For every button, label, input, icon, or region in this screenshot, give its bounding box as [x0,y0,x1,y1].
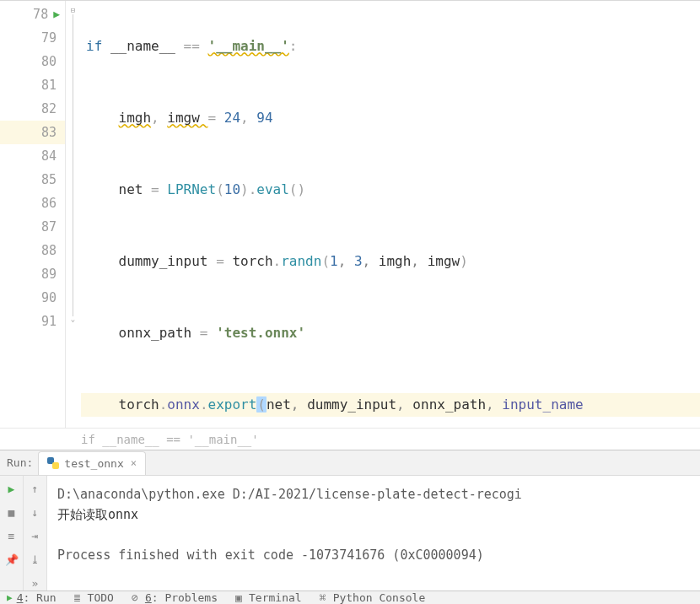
layout-icon[interactable]: ≡ [4,528,19,543]
tok: , [151,110,167,126]
tok: imgh [379,253,412,269]
tab-python-console[interactable]: ⌘ Python Console [317,591,426,604]
tab-todo[interactable]: ≣ TODO [72,591,114,604]
tok: torch [232,253,272,269]
code-line-current[interactable]: torch.onnx.export(net, dummy_input, onnx… [81,393,700,417]
close-icon[interactable]: × [131,457,137,469]
label: Python Console [333,591,426,604]
tok: imgw [167,110,207,126]
tok: ( [321,253,330,269]
tok: = [151,181,167,197]
gutter-row[interactable]: 82 [0,97,65,121]
gutter-row[interactable]: 88 [0,239,65,262]
gutter-row[interactable]: 80 [0,50,65,73]
soft-wrap-icon[interactable]: ⇥ [28,528,43,543]
tok: randn [281,253,321,269]
code-line[interactable]: imgh, imgw = 24, 94 [81,106,700,130]
code-editor[interactable]: 78▶ 79 80 81 82 83 84 85 86 87 88 89 90 … [0,0,700,428]
line-number: 83 [28,121,57,144]
console-output[interactable]: D:\anaconda\python.exe D:/AI-2021/licens… [47,476,700,591]
breadcrumb-item[interactable]: if __name__ == '__main__' [81,433,259,446]
caret-position: ( [256,396,267,413]
mnemonic: 6 [145,591,152,604]
pin-icon[interactable]: 📌 [4,552,19,567]
label: Terminal [249,591,302,604]
line-number: 91 [28,310,57,333]
tok: = [216,253,232,269]
tok: __name__ [110,38,184,54]
gutter-row[interactable]: 84 [0,144,65,168]
label: : Run [23,591,56,604]
code-line[interactable]: if __name__ == '__main__': [81,35,700,58]
tok: dummy_input [119,253,217,269]
fold-column[interactable]: ⊟ ⌄ [66,1,81,428]
gutter-row[interactable]: 87 [0,215,65,239]
gutter-row[interactable]: 78▶ [0,3,65,26]
run-line-icon[interactable]: ▶ [53,3,60,26]
console-line [57,527,65,542]
gutter-row[interactable]: 91 [0,310,65,333]
tok: net [267,396,291,413]
tok: onnx_path [412,396,486,413]
run-label: Run: [7,456,33,469]
fold-close-icon[interactable]: ⌄ [68,315,78,324]
tok: . [249,181,257,197]
gutter-row[interactable]: 89 [0,262,65,286]
tab-problems[interactable]: ⊘ 6: Problems [129,591,218,604]
run-tool-window: Run: test_onnx × ▶ ■ ≡ 📌 ↑ ↓ ⇥ ⤓ » D:\an… [0,450,700,591]
line-number: 85 [28,168,57,191]
tab-terminal[interactable]: ▣ Terminal [233,591,302,604]
tab-run[interactable]: ▶ 4: Run [7,591,57,604]
line-number: 89 [28,262,57,286]
gutter-row[interactable]: 90 [0,286,65,310]
line-number: 87 [28,215,57,239]
play-icon: ▶ [7,592,13,603]
tok: , [486,396,502,413]
gutter-row[interactable]: 83 [0,121,65,144]
console-line: 开始读取onnx [57,507,138,522]
line-number: 79 [28,26,57,50]
terminal-icon: ▣ [233,592,245,604]
stop-icon[interactable]: ■ [4,504,19,520]
tok: dummy_input [307,396,396,413]
chevron-right-icon[interactable]: » [28,575,43,591]
tok: , [291,396,307,413]
gutter-row[interactable]: 85 [0,168,65,191]
rerun-icon[interactable]: ▶ [4,481,19,496]
tok: onnx [167,396,200,413]
run-body: ▶ ■ ≡ 📌 ↑ ↓ ⇥ ⤓ » D:\anaconda\python.exe… [0,476,700,591]
tok: 10 [224,181,240,197]
tok: , [396,396,412,413]
tok: input_name [502,396,583,413]
gutter-row[interactable]: 81 [0,73,65,97]
tok: '__main__' [208,38,289,54]
breadcrumb[interactable]: if __name__ == '__main__' [0,428,700,450]
python-file-icon [47,457,59,469]
tok: torch [119,396,159,413]
kw: if [86,38,110,54]
tok: () [289,181,305,197]
code-line[interactable]: onnx_path = 'test.onnx' [81,321,700,345]
scroll-to-end-icon[interactable]: ⤓ [28,552,43,567]
list-icon: ≣ [72,592,83,604]
code-line[interactable]: dummy_input = torch.randn(1, 3, imgh, im… [81,250,700,273]
tok: 24 [224,110,240,126]
tok: LPRNet [167,181,216,197]
label: : Problems [152,591,218,604]
tok: , [363,253,379,269]
tok: , [240,110,256,126]
gutter-row[interactable]: 79 [0,26,65,50]
run-primary-toolbar: ▶ ■ ≡ 📌 [0,476,24,591]
run-config-tab[interactable]: test_onnx × [38,451,146,475]
tok: ) [240,181,249,197]
tok: 3 [354,253,363,269]
code-line[interactable]: net = LPRNet(10).eval() [81,178,700,202]
gutter-row[interactable]: 86 [0,191,65,215]
bottom-tool-tabs: ▶ 4: Run ≣ TODO ⊘ 6: Problems ▣ Terminal… [0,591,700,604]
line-number-gutter[interactable]: 78▶ 79 80 81 82 83 84 85 86 87 88 89 90 … [0,1,66,428]
up-icon[interactable]: ↑ [28,481,43,496]
tok: onnx_path [119,325,200,341]
code-content[interactable]: if __name__ == '__main__': imgh, imgw = … [81,1,700,428]
down-icon[interactable]: ↓ [28,504,43,520]
line-number: 84 [28,144,57,168]
